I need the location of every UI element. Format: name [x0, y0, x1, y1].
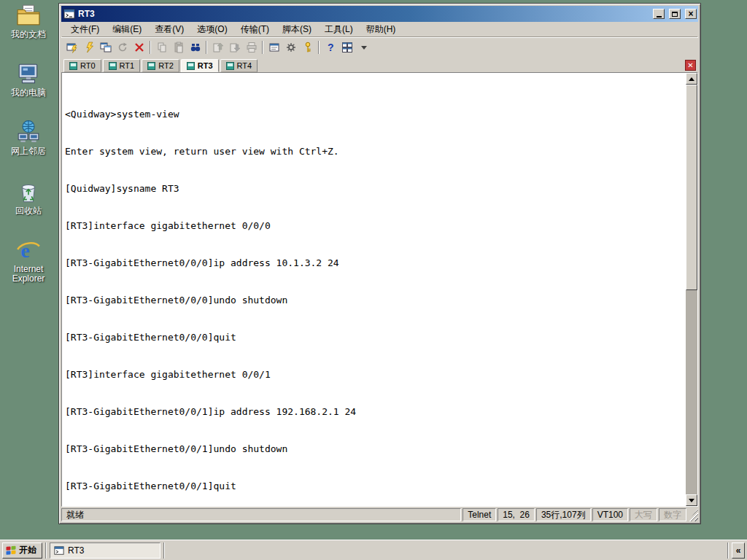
terminal-line: [RT3]interface gigabitethernet 0/0/0 [65, 219, 683, 232]
taskbar-divider [45, 542, 47, 559]
arrow-down-icon [689, 499, 694, 505]
terminal-line: Enter system view, return user view with… [65, 145, 683, 158]
tab-rt1[interactable]: RT1 [103, 59, 141, 72]
minimize-button[interactable] [653, 9, 665, 19]
internet-explorer-icon: e [16, 238, 41, 262]
terminal-line: [RT3-GigabitEthernet0/0/1]quit [65, 480, 683, 492]
upload-icon[interactable] [209, 39, 226, 55]
terminal-output: <Quidway>system-view Enter system view, … [65, 83, 683, 507]
print-icon[interactable] [243, 39, 260, 55]
copy-icon[interactable] [153, 39, 170, 55]
desktop-icon-recycle-bin[interactable]: 回收站 [3, 179, 54, 216]
menu-file[interactable]: 文件(F) [64, 22, 106, 37]
desktop-icon-label: 回收站 [3, 206, 54, 216]
desktop-icon-label: 网上邻居 [3, 147, 54, 156]
menu-help[interactable]: 帮助(H) [360, 22, 403, 37]
tab-rt3-active[interactable]: RT3 [181, 59, 219, 72]
tab-label: RT0 [80, 61, 96, 70]
connect-in-tab-icon[interactable] [97, 39, 114, 55]
my-computer-icon [16, 61, 41, 86]
scroll-up-button[interactable] [686, 73, 697, 85]
close-button[interactable]: × [685, 9, 697, 19]
taskbar-divider [727, 542, 729, 559]
session-icon [109, 62, 117, 70]
svg-text:e: e [20, 239, 29, 262]
toolbar-separator [206, 41, 207, 54]
close-tab-button[interactable]: ✕ [685, 60, 696, 71]
tab-label: RT2 [158, 61, 174, 70]
session-options-icon[interactable] [266, 39, 282, 55]
menu-options[interactable]: 选项(O) [190, 22, 233, 37]
tab-rt4[interactable]: RT4 [220, 59, 258, 72]
close-icon: ✕ [687, 61, 693, 69]
desktop-icon-internet-explorer[interactable]: e Internet Explorer [3, 238, 54, 284]
toolbar-overflow-icon[interactable] [355, 39, 372, 55]
titlebar[interactable]: RT3 × [61, 6, 698, 22]
session-icon [226, 62, 234, 70]
menu-edit[interactable]: 编辑(E) [106, 22, 148, 37]
terminal-line: [RT3-GigabitEthernet0/0/0]undo shutdown [65, 294, 683, 306]
paste-icon[interactable] [170, 39, 187, 55]
vertical-scrollbar[interactable] [686, 73, 697, 506]
taskbar-task-rt3[interactable]: RT3 [50, 542, 160, 559]
desktop-icon-my-documents[interactable]: 我的文档 [3, 3, 54, 39]
session-tabbar: RT0 RT1 RT2 RT3 RT4 ✕ [61, 57, 698, 72]
session-icon [69, 62, 77, 70]
desktop-icon-network-places[interactable]: 网上邻居 [3, 120, 54, 156]
scrollbar-thumb[interactable] [686, 85, 697, 290]
toolbar-separator [318, 41, 320, 54]
status-caps-indicator: 大写 [630, 508, 657, 521]
status-screen-size: 35行,107列 [536, 508, 591, 521]
help-icon[interactable]: ? [322, 39, 338, 55]
arrow-up-icon [689, 74, 694, 81]
recycle-bin-icon [16, 179, 41, 204]
start-button[interactable]: 开始 [2, 542, 42, 559]
terminal-line: [RT3-GigabitEthernet0/0/1]ip address 192… [65, 405, 683, 418]
windows-logo-icon [6, 545, 16, 556]
terminal-line: [RT3-GigabitEthernet0/0/0]ip address 10.… [65, 257, 683, 269]
menu-view[interactable]: 查看(V) [148, 22, 190, 37]
maximize-button[interactable] [669, 9, 681, 19]
scroll-down-button[interactable] [686, 494, 697, 506]
keyboard-map-icon[interactable] [299, 39, 316, 55]
quick-connect-icon[interactable] [80, 39, 97, 55]
desktop-icon-label: 我的文档 [3, 30, 54, 39]
find-icon[interactable] [187, 39, 204, 55]
cascade-windows-icon[interactable] [338, 39, 355, 55]
taskbar: 开始 RT3 « [0, 540, 747, 560]
task-icon [54, 545, 64, 556]
toolbar: ? [61, 37, 698, 57]
tab-rt0[interactable]: RT0 [63, 59, 101, 72]
status-ready: 就绪 [61, 508, 461, 521]
connect-icon[interactable] [63, 39, 80, 55]
disconnect-icon[interactable] [131, 39, 147, 55]
minimize-icon [657, 16, 662, 18]
svg-text:?: ? [328, 42, 334, 53]
desktop-icon-label: 我的电脑 [3, 88, 54, 98]
global-options-icon[interactable] [282, 39, 299, 55]
terminal-screen[interactable]: <Quidway>system-view Enter system view, … [61, 72, 698, 507]
session-icon [147, 62, 155, 70]
window-title: RT3 [78, 9, 649, 19]
reconnect-icon[interactable] [114, 39, 131, 55]
status-protocol: Telnet [462, 508, 496, 521]
network-places-icon [16, 120, 41, 144]
terminal-line: [RT3]interface gigabitethernet 0/0/1 [65, 368, 683, 381]
menu-script[interactable]: 脚本(S) [276, 22, 318, 37]
menu-transfer[interactable]: 传输(T) [234, 22, 276, 37]
app-icon [63, 8, 75, 20]
tray-chevron-button[interactable]: « [732, 542, 745, 559]
desktop-icon-my-computer[interactable]: 我的电脑 [3, 61, 54, 98]
download-icon[interactable] [226, 39, 243, 55]
tab-label: RT4 [237, 61, 252, 70]
terminal-line: [RT3-GigabitEthernet0/0/1]undo shutdown [65, 443, 683, 455]
chevron-down-icon [361, 46, 367, 52]
menu-tools[interactable]: 工具(L) [318, 22, 360, 37]
terminal-line: <Quidway>system-view [65, 108, 683, 120]
tab-rt2[interactable]: RT2 [142, 59, 179, 72]
resize-grip[interactable] [688, 508, 698, 521]
taskbar-divider [163, 542, 165, 559]
status-cursor-position: 15, 26 [498, 508, 535, 521]
task-label: RT3 [68, 545, 84, 556]
terminal-app-window: RT3 × 文件(F) 编辑(E) 查看(V) 选项(O) 传输(T) 脚本(S… [58, 3, 701, 524]
